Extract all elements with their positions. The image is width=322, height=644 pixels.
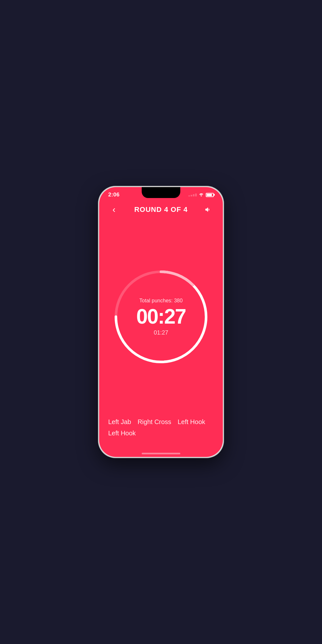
elapsed-time: 01:27 [136, 329, 186, 336]
combo-item-left-jab: Left Jab [108, 418, 131, 426]
signal-icon [188, 194, 197, 196]
timer-container: Total punches: 380 00:27 01:27 [99, 222, 223, 412]
home-indicator [142, 453, 180, 454]
combo-item-left-hook-2: Left Hook [108, 430, 136, 437]
status-icons [188, 192, 214, 197]
total-punches: Total punches: 380 [136, 298, 186, 304]
wifi-icon [199, 192, 204, 197]
timer-info: Total punches: 380 00:27 01:27 [136, 298, 186, 336]
status-bar: 2:06 [99, 187, 223, 200]
header: ‹ ROUND 4 OF 4 [99, 200, 223, 222]
current-time: 00:27 [136, 306, 186, 327]
status-time: 2:06 [108, 192, 119, 198]
combo-item-right-cross: Right Cross [137, 418, 171, 426]
combo-row-2: Left Hook [108, 430, 214, 437]
timer-circle: Total punches: 380 00:27 01:27 [113, 269, 209, 365]
battery-icon [206, 193, 214, 197]
combo-area: Left Jab Right Cross Left Hook Left Hook [99, 412, 223, 457]
combo-item-left-hook-1: Left Hook [178, 418, 205, 426]
sound-button[interactable] [201, 203, 215, 217]
phone-frame: 2:06 ‹ ROUND 4 [98, 186, 224, 458]
phone-screen: 2:06 ‹ ROUND 4 [99, 187, 223, 457]
back-button[interactable]: ‹ [107, 203, 121, 217]
combo-row-1: Left Jab Right Cross Left Hook [108, 418, 214, 426]
round-title: ROUND 4 OF 4 [134, 205, 188, 214]
